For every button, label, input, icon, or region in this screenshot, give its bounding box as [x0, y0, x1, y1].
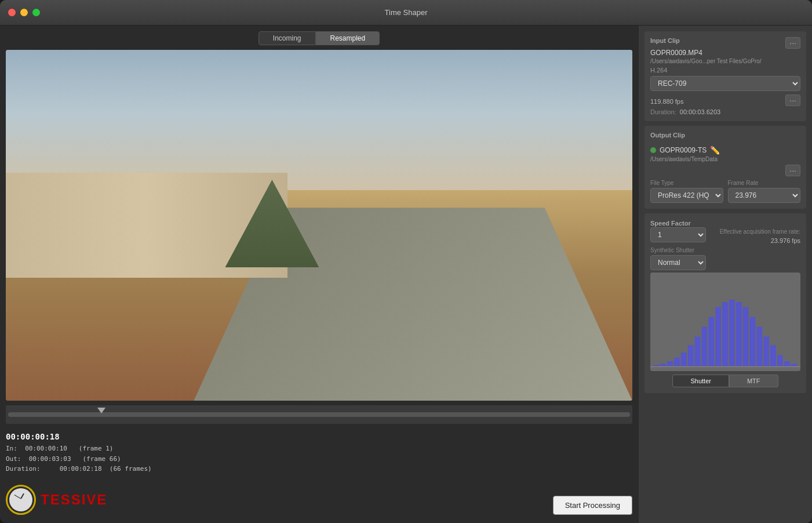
speed-controls: 1 Synthetic Shutter Normal: [650, 227, 706, 270]
file-type-col: File Type ProRes 422 (HQ): [650, 180, 723, 203]
duration-label: Duration:: [6, 465, 41, 473]
speed-row: 1 Synthetic Shutter Normal Effective acq…: [650, 227, 800, 270]
titlebar: Time Shaper: [0, 0, 812, 26]
svg-rect-7: [695, 337, 701, 366]
maximize-button[interactable]: [32, 9, 40, 16]
input-codec: H.264: [650, 67, 800, 74]
output-clip-header: Output Clip: [650, 132, 800, 143]
clock-face: [9, 488, 32, 511]
right-panel: Input Clip ··· GOPR0009.MP4 /Users/awdav…: [638, 26, 812, 523]
effective-label: Effective acquisition frame rate:: [720, 227, 800, 236]
input-clip-detail-menu-button[interactable]: ···: [785, 95, 800, 106]
output-clip-menu-button[interactable]: ···: [785, 165, 800, 176]
synthetic-shutter-label: Synthetic Shutter: [650, 247, 706, 253]
svg-rect-1: [653, 365, 659, 366]
scrubber-track[interactable]: [8, 412, 630, 417]
minimize-button[interactable]: [20, 9, 28, 16]
out-label: Out:: [6, 455, 21, 463]
file-type-label: File Type: [650, 180, 723, 186]
svg-rect-16: [756, 327, 762, 366]
svg-rect-11: [722, 302, 728, 366]
output-filename: GOPR0009-TS: [660, 146, 707, 154]
app-window: Time Shaper Incoming Resampled: [0, 0, 812, 523]
in-frame-value: frame 1: [82, 445, 109, 452]
svg-rect-13: [736, 302, 742, 366]
effective-fps: 23.976 fps: [720, 236, 800, 246]
video-display: [6, 50, 632, 401]
left-panel: Incoming Resampled: [0, 26, 638, 523]
clock-minute-hand: [14, 495, 21, 499]
file-type-select[interactable]: ProRes 422 (HQ): [650, 188, 723, 203]
file-type-framerate-row: File Type ProRes 422 (HQ) Frame Rate 23.…: [650, 180, 800, 203]
color-space-select[interactable]: REC-709: [650, 76, 800, 91]
start-processing-button[interactable]: Start Processing: [553, 496, 632, 515]
edit-icon[interactable]: ✏️: [710, 146, 720, 155]
histogram-chart: [650, 273, 800, 371]
in-frame: (frame 1): [79, 445, 114, 452]
in-label: In:: [6, 445, 17, 452]
app-title: Time Shaper: [385, 8, 428, 17]
frame-rate-select[interactable]: 23.976: [728, 188, 801, 203]
mtf-tab[interactable]: MTF: [729, 375, 778, 387]
tab-incoming[interactable]: Incoming: [258, 31, 316, 45]
logo-clock: [6, 485, 36, 515]
input-clip-menu-button[interactable]: ···: [785, 37, 800, 49]
timecode-display: 00:00:00:18: [6, 432, 632, 441]
histogram-svg: [650, 273, 800, 371]
speed-factor-section: Speed Factor 1 Synthetic Shutter Normal …: [644, 213, 806, 393]
output-status-dot: [650, 147, 656, 153]
synthetic-shutter-select[interactable]: Normal: [650, 255, 706, 270]
time-detail: In: 00:00:00:10 (frame 1) Out: 00:00:03:…: [6, 444, 632, 474]
svg-rect-19: [777, 355, 783, 366]
svg-rect-15: [750, 317, 756, 366]
svg-rect-8: [701, 327, 707, 366]
out-frame-value: frame 66: [86, 455, 117, 463]
svg-rect-12: [729, 300, 735, 366]
svg-rect-17: [763, 337, 769, 366]
input-duration: Duration: 00:00:03.6203: [650, 108, 720, 115]
svg-rect-21: [791, 364, 797, 366]
in-point: 00:00:00:10: [25, 445, 67, 452]
logo-area: TESSIVE: [6, 485, 107, 515]
input-fps: 119.880 fps: [650, 98, 720, 105]
video-frame: [6, 50, 632, 401]
svg-rect-20: [784, 361, 790, 366]
speed-factor-title: Speed Factor: [650, 220, 691, 227]
output-filepath: /Users/awdavis/TempData: [650, 156, 800, 162]
bottom-bar: TESSIVE Start Processing: [6, 482, 632, 517]
input-filepath: /Users/awdavis/Goo...per Test Files/GoPr…: [650, 58, 800, 64]
window-controls: [8, 9, 40, 16]
effective-info: Effective acquisition frame rate: 23.976…: [720, 227, 800, 246]
svg-rect-9: [708, 317, 714, 366]
out-frame: (frame 66): [82, 455, 121, 463]
chart-tabs: Shutter MTF: [650, 375, 800, 387]
frame-rate-col: Frame Rate 23.976: [728, 180, 801, 203]
svg-rect-2: [660, 364, 666, 366]
input-clip-header: Input Clip ···: [650, 37, 800, 49]
svg-rect-10: [715, 307, 721, 366]
duration-label: Duration:: [650, 108, 676, 115]
output-clip-title: Output Clip: [650, 132, 685, 139]
scrubber[interactable]: [6, 405, 632, 424]
close-button[interactable]: [8, 9, 16, 16]
duration-frames: (66 frames): [110, 465, 152, 473]
logo-text: TESSIVE: [41, 492, 107, 508]
svg-rect-18: [770, 345, 776, 366]
frame-rate-label: Frame Rate: [728, 180, 801, 186]
speed-select[interactable]: 1: [650, 227, 706, 242]
shutter-tab[interactable]: Shutter: [672, 375, 729, 387]
tab-resampled[interactable]: Resampled: [316, 31, 380, 45]
time-info: 00:00:00:18 In: 00:00:00:10 (frame 1) Ou…: [6, 428, 632, 478]
duration-value: 00:00:02:18: [60, 465, 102, 473]
input-filename: GOPR0009.MP4: [650, 49, 800, 57]
svg-rect-6: [688, 345, 694, 366]
input-clip-section: Input Clip ··· GOPR0009.MP4 /Users/awdav…: [644, 31, 806, 121]
main-content: Incoming Resampled: [0, 26, 812, 523]
output-name-row: GOPR0009-TS ✏️: [650, 146, 800, 155]
svg-rect-14: [743, 307, 749, 366]
input-clip-title: Input Clip: [650, 37, 680, 44]
out-point: 00:00:03:03: [29, 455, 71, 463]
svg-rect-5: [681, 353, 687, 366]
tab-bar: Incoming Resampled: [6, 31, 632, 45]
svg-rect-4: [674, 358, 680, 366]
